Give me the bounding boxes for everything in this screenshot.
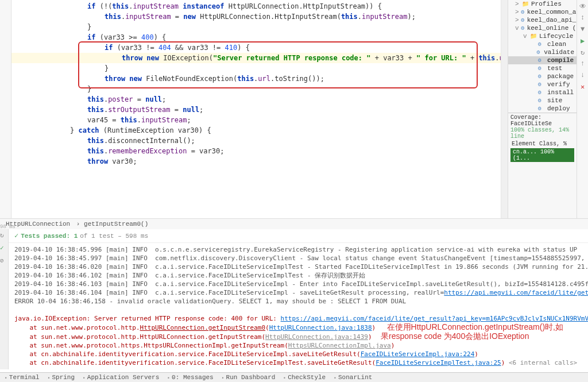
code-line[interactable]: } [11,84,501,94]
gear-icon: ⚙ [521,9,525,16]
code-line[interactable]: this.strOutputStream = null; [11,105,501,115]
refresh-icon[interactable]: ↻ [579,48,587,56]
gear-icon: ⚙ [538,57,545,64]
gear-icon: ⚙ [521,17,525,24]
code-line[interactable]: this.inputStream = new HttpURLConnection… [11,11,501,22]
maven-panel[interactable]: >📁Profiles>⚙keel_common_api_>⚙keel_dao_a… [508,0,577,218]
run-icon[interactable]: ▶ [579,37,587,45]
tree-item-site[interactable]: ⚙site [508,97,577,105]
up-icon[interactable]: ↑ [579,60,587,68]
console-line[interactable]: at sun.net.www.protocol.http.HttpURLConn… [14,332,588,341]
code-line[interactable]: } [11,22,501,32]
console-line[interactable]: java.io.IOException: Server returned HTT… [14,314,588,323]
code-editor[interactable]: if (!(this.inputStream instanceof HttpUR… [11,0,501,218]
tree-item-clean[interactable]: ⚙clean [508,40,577,48]
console-line[interactable]: 2019-04-10 16:38:46.020 [main] INFO c.a.… [14,263,588,271]
coverage-row[interactable]: cn.a... 100% (1... [510,148,574,162]
bottom-tab[interactable]: ▪SonarLint [334,374,372,381]
down-icon[interactable]: ↓ [579,71,587,79]
coverage-panel: Coverage: FaceIDLiteSe 100% classes, 14%… [508,113,577,163]
bottom-toolbar[interactable]: ▪Terminal▪Spring▪Application Servers▪0: … [0,372,588,382]
tree-item-verify[interactable]: ⚙verify [508,80,577,88]
tree-item-keel-online--root-[interactable]: v⚙keel_online (root) [508,24,577,32]
console-line[interactable]: 2019-04-10 16:38:46.102 [main] INFO c.a.… [14,271,588,280]
code-line[interactable]: this.rememberedException = var30; [11,146,501,156]
tree-item-test[interactable]: ⚙test [508,64,577,72]
tree-item-compile[interactable]: ⚙compile [508,56,577,64]
code-line[interactable]: throw new FileNotFoundException(this.url… [11,74,501,84]
tab-icon: ▪ [5,375,7,380]
tree-item-profiles[interactable]: >📁Profiles [508,0,577,8]
console-line[interactable] [14,306,588,314]
filter-icon[interactable]: ⊘ [0,257,8,265]
code-line[interactable]: this.disconnectInternal(); [11,136,501,146]
console-line[interactable]: 2019-04-10 16:38:46.103 [main] INFO c.a.… [14,280,588,288]
bottom-tab[interactable]: ▪Run Dashboard [222,374,276,381]
code-line[interactable]: throw var30; [11,156,501,167]
tree-item-package[interactable]: ⚙package [508,72,577,80]
breadcrumb-method[interactable]: getInputStream0() [84,221,148,227]
code-line[interactable]: if (!(this.inputStream instanceof HttpUR… [11,1,501,11]
console-line[interactable]: at sun.net.www.protocol.http.HttpURLConn… [14,323,588,332]
expand-icon[interactable]: ↕ [579,14,587,22]
expand-arrow-icon[interactable]: v [523,33,528,40]
editor-scrollbar[interactable] [501,0,508,218]
bottom-tab[interactable]: ▪CheckStyle [283,374,326,381]
code-line[interactable]: } catch (RuntimeException var30) { [11,125,501,136]
bottom-tab[interactable]: ▪Application Servers [83,374,159,381]
tab-icon: ▪ [334,375,336,380]
code-line[interactable]: if (var33 >= 400) { [11,32,501,43]
folder-icon: 📁 [530,33,537,40]
console-line[interactable]: 2019-04-10 16:38:45.996 [main] INFO o.s.… [14,245,588,254]
gear-icon: ⚙ [538,97,545,104]
console-output[interactable]: 2019-04-10 16:38:45.996 [main] INFO o.s.… [9,243,588,369]
console-line[interactable]: at cn.abchinalife.identityverification.s… [14,358,588,367]
tab-icon: ▪ [83,375,86,380]
console-line[interactable]: 2019-04-10 16:38:46.104 [main] INFO c.a.… [14,288,588,297]
tests-passed-label: Tests passed: 1 [21,233,78,240]
tests-detail: of 1 test – 598 ms [80,233,148,240]
gear-icon: ⚙ [521,25,525,32]
gear-icon: ⚙ [538,41,545,48]
tree-item-install[interactable]: ⚙install [508,88,577,97]
code-line[interactable]: this.poster = null; [11,94,501,105]
tree-item-deploy[interactable]: ⚙deploy [508,105,577,113]
rerun-icon[interactable]: ↻ [0,231,8,240]
expand-arrow-icon[interactable]: > [515,17,519,24]
tab-icon: ▪ [167,375,170,380]
expand-arrow-icon[interactable]: v [515,25,519,32]
right-toolbar: 👁 ↕ ▼ ▶ ↻ ↑ ↓ ✕ [577,0,588,218]
expand-arrow-icon[interactable]: > [515,9,519,16]
expand-arrow-icon[interactable]: > [515,1,520,7]
tree-item-lifecycle[interactable]: v📁Lifecycle [508,32,577,40]
console-line[interactable]: ERROR 10-04 16:38:46,158 - invalid oracl… [14,297,588,306]
console-line[interactable]: 2019-04-10 16:38:45.997 [main] INFO com.… [14,254,588,263]
code-line[interactable]: var45 = this.inputStream; [11,115,501,125]
check-icon[interactable]: ✓ [0,244,8,252]
folder-icon: 📁 [522,1,529,7]
code-line[interactable]: } [11,63,501,74]
tab-icon: ▪ [283,375,286,380]
bottom-tab[interactable]: ▪Terminal [5,374,40,381]
filter-icon[interactable]: ▼ [579,25,587,33]
gear-icon: ⚙ [538,89,545,96]
code-line[interactable]: if (var33 != 404 && var33 != 410) { [11,43,501,53]
console-line[interactable]: at sun.net.www.protocol.https.HttpsURLCo… [14,341,588,350]
tree-item-validate[interactable]: ⚙validate [508,48,577,56]
gear-icon: ⚙ [538,81,545,88]
bottom-tab[interactable]: ▪0: Messages [167,374,213,381]
code-line[interactable]: throw new IOException("Server returned H… [11,53,501,63]
gear-icon: ⚙ [538,105,545,112]
editor-gutter [0,0,11,218]
show-icon[interactable]: 👁 [579,2,587,10]
bottom-tab[interactable]: ▪Spring [48,374,75,381]
breadcrumb[interactable]: HttpURLConnection › getInputStream0() [0,218,588,229]
tree-item-keel-common-api-[interactable]: >⚙keel_common_api_ [508,8,577,16]
tree-item-keel-dao-api-online[interactable]: >⚙keel_dao_api_online [508,16,577,24]
coverage-summary: 100% classes, 14% line [510,127,574,140]
test-toolbar: ↻ ✓ ⊘ [0,229,9,369]
close-icon[interactable]: ✕ [579,83,587,91]
console-line[interactable]: at cn.abchinalife.identityverification.s… [14,350,588,358]
gear-icon: ⚙ [538,73,545,80]
gear-icon: ⚙ [537,49,542,56]
